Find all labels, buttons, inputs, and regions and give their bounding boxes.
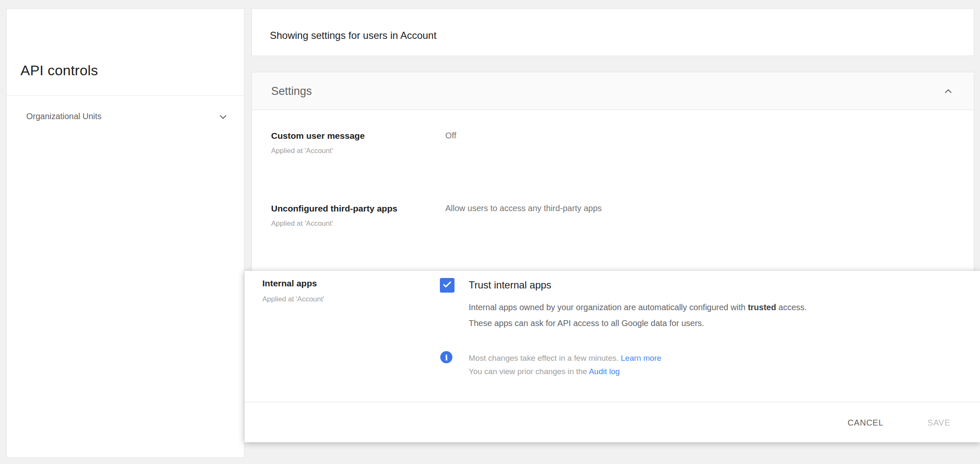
setting-row-custom-user-message[interactable]: Custom user message Applied at 'Account'… — [271, 130, 970, 155]
setting-applied-at: Applied at 'Account' — [271, 219, 970, 228]
audit-log-link[interactable]: Audit log — [589, 367, 620, 376]
sidebar-item-label: Organizational Units — [26, 112, 102, 121]
setting-applied-at: Applied at 'Account' — [271, 147, 970, 155]
setting-label: Unconfigured third-party apps — [271, 203, 970, 214]
learn-more-link[interactable]: Learn more — [621, 354, 661, 362]
setting-value: Off — [445, 131, 456, 140]
internal-apps-edit-panel: Internal apps Applied at 'Account' Trust… — [244, 271, 980, 442]
page-title: API controls — [20, 62, 98, 79]
description-line-2: These apps can ask for API access to all… — [469, 315, 807, 331]
settings-section-title: Settings — [271, 85, 312, 98]
setting-label: Custom user message — [271, 130, 970, 141]
info-icon: i — [440, 351, 452, 363]
description-line-1: Internal apps owned by your organization… — [469, 299, 807, 315]
chevron-up-icon[interactable] — [943, 86, 954, 97]
setting-value: Allow users to access any third-party ap… — [445, 204, 602, 213]
checkmark-icon — [442, 279, 453, 292]
setting-row-unconfigured-third-party-apps[interactable]: Unconfigured third-party apps Applied at… — [271, 203, 970, 228]
editor-footer: CANCEL SAVE — [244, 402, 980, 442]
change-propagation-note: Most changes take effect in a few minute… — [469, 352, 661, 378]
setting-label: Internal apps — [262, 278, 317, 288]
divider — [7, 95, 244, 96]
settings-section-header[interactable]: Settings — [252, 72, 974, 110]
settings-card: Settings Custom user message Applied at … — [251, 72, 974, 298]
scope-text: Showing settings for users in Account — [270, 30, 437, 41]
setting-applied-at: Applied at 'Account' — [262, 295, 324, 303]
chevron-down-icon — [218, 112, 228, 122]
note-line-1: Most changes take effect in a few minute… — [469, 352, 661, 365]
note-line-2: You can view prior changes in the Audit … — [469, 365, 661, 378]
trust-internal-apps-label[interactable]: Trust internal apps — [469, 279, 551, 291]
trust-internal-apps-checkbox[interactable] — [440, 278, 454, 293]
sidebar-item-organizational-units[interactable]: Organizational Units — [7, 104, 244, 131]
description-bold: trusted — [748, 303, 776, 312]
api-controls-page: API controls Organizational Units Showin… — [0, 0, 980, 464]
sidebar-panel: API controls Organizational Units — [6, 8, 244, 458]
setting-description: Internal apps owned by your organization… — [469, 299, 807, 331]
save-button[interactable]: SAVE — [923, 416, 955, 430]
cancel-button[interactable]: CANCEL — [843, 416, 888, 430]
scope-header-card: Showing settings for users in Account — [251, 8, 974, 56]
